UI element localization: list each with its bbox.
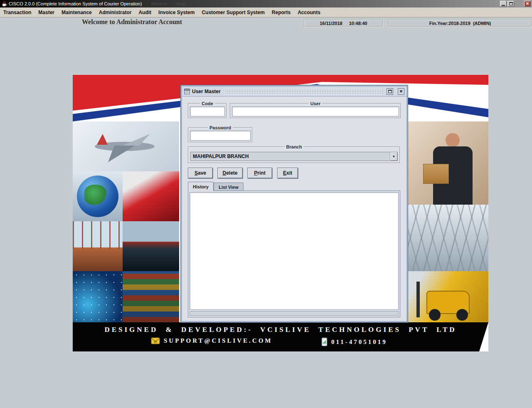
menu-invoice-system[interactable]: Invoice System [158,10,195,15]
time-text: 10:48:40 [349,21,367,26]
photo-warehouse [407,205,488,271]
menu-maintenance[interactable]: Maintenance [62,10,92,15]
minimize-button[interactable] [500,1,507,7]
user-master-title: User Master [192,89,221,94]
branch-selected-value: MAHIPALPUR BRANCH [191,152,390,161]
photo-port-cranes [73,221,123,271]
collage-footer-band: DESIGNED & DEVELOPED:- VCISLIVE TECHNOLO… [73,322,488,351]
photo-shipping-containers [123,271,179,322]
user-input[interactable] [232,106,399,116]
photo-cargo-ship [123,221,179,271]
password-label: Password [208,125,233,130]
photo-airplane [73,121,179,171]
user-label: User [309,101,322,106]
titlebar-menu-window[interactable]: Window [151,1,167,6]
save-button[interactable]: Save [188,168,213,178]
frame-maximize-button[interactable] [387,88,393,95]
footer-white-wedge [479,322,488,351]
airplane-illustration [73,121,179,171]
mdi-desktop: Welcome to Administrator Account 16/11/2… [0,17,532,408]
finyear-panel: Fin.Year:2018-2019 (ADMIN) [388,19,532,27]
photo-red-van [123,171,179,221]
internal-frame-icon [184,89,190,94]
support-email-text: SUPPORT@CISLIVE.COM [164,337,273,344]
horizontal-scrollbar[interactable] [190,311,399,316]
user-master-body: Code User Password Branch MAHIPALPUR BRA… [182,96,406,321]
branch-label: Branch [285,144,304,149]
user-field-group: User [230,101,401,119]
menu-bar: Transaction Master Maintenance Administr… [0,7,532,17]
maximize-button[interactable] [507,1,514,7]
menu-transaction[interactable]: Transaction [3,10,31,15]
branch-field-group: Branch MAHIPALPUR BRANCH ▼ [188,144,400,163]
developer-credit-text: DESIGNED & DEVELOPED:- VCISLIVE TECHNOLO… [73,326,488,334]
svg-text:@: @ [154,340,157,344]
photo-mosaic-left [73,121,179,322]
minimize-icon [502,5,505,6]
code-field-group: Code [188,101,227,119]
menu-accounts[interactable]: Accounts [298,10,320,15]
globe-illustration [77,176,118,217]
date-text: 16/11/2018 [320,21,342,26]
photo-delivery-man [407,121,488,205]
menu-reports[interactable]: Reports [272,10,291,15]
forklift-wheel [429,309,441,321]
titlebar[interactable]: CISCO 2.0.0 (Complete Information System… [0,0,532,7]
print-button[interactable]: Print [247,168,272,178]
tab-history[interactable]: History [188,182,214,191]
password-field-group: Password [188,125,253,143]
support-phone-group: 011-47051019 [321,337,387,346]
menu-audit[interactable]: Audit [138,10,151,15]
code-label: Code [200,101,215,106]
password-input[interactable] [190,131,251,141]
frame-maximize-icon [388,90,392,93]
photo-globe [73,171,123,221]
menu-administrator[interactable]: Administrator [99,10,132,15]
close-button[interactable]: ✕ [524,1,531,7]
forklift-wheel [456,309,468,321]
frame-close-icon: ✕ [399,89,403,94]
delivery-man-parcel [423,164,449,184]
maximize-icon [509,2,513,5]
welcome-text: Welcome to Administrator Account [82,18,182,26]
user-master-window: User Master ✕ Code User Password Branch [181,85,408,322]
close-icon: ✕ [526,2,529,6]
support-email-group: @ SUPPORT@CISLIVE.COM [151,337,273,344]
forklift-mast [416,282,420,317]
datetime-panel: 16/11/201810:48:40 [304,19,383,27]
titlebar-menu-help[interactable]: Help [176,1,186,6]
photo-network-globe [73,271,123,322]
delivery-man-head [446,133,460,147]
chevron-down-icon: ▼ [392,155,396,158]
photo-mosaic-right [407,121,488,322]
branch-dropdown-button[interactable]: ▼ [390,152,397,161]
branch-combobox[interactable]: MAHIPALPUR BRANCH ▼ [190,152,398,161]
history-list-area[interactable] [190,192,399,310]
code-input[interactable] [190,106,225,116]
tab-list-view[interactable]: List View [214,183,244,191]
titlebar-bump-texture [224,89,383,94]
menu-customer-support-system[interactable]: Customer Support System [202,10,264,15]
photo-forklift [407,271,488,322]
window-title: CISCO 2.0.0 (Complete Information System… [9,1,142,6]
phone-icon [321,337,328,346]
delete-button[interactable]: Delete [217,168,243,178]
exit-button[interactable]: Exit [277,168,298,178]
user-master-titlebar[interactable]: User Master ✕ [182,87,406,96]
frame-close-button[interactable]: ✕ [398,88,404,95]
support-phone-text: 011-47051019 [331,339,387,346]
java-app-icon [1,1,7,7]
envelope-icon: @ [151,337,160,344]
history-tab-panel [188,190,400,317]
menu-master[interactable]: Master [38,10,54,15]
